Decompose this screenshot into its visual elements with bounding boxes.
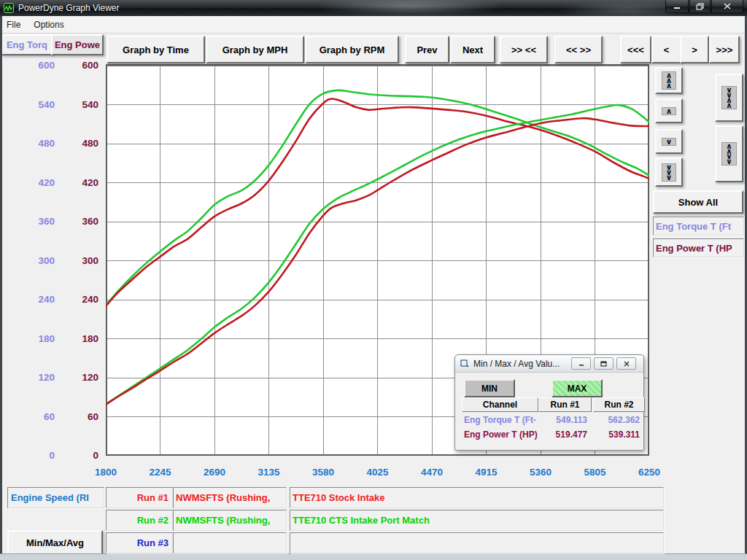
- minmax-avg-button[interactable]: Min/Max/Avg: [7, 530, 103, 555]
- run-file-field[interactable]: NWMSFTS (Rushing,: [173, 487, 287, 508]
- minmax-run1-value: 519.477: [538, 429, 587, 440]
- eng-torque-axis-button[interactable]: Eng Torq: [1, 34, 53, 55]
- chevron-glyph: ∧: [666, 83, 673, 88]
- run-description-field[interactable]: [290, 532, 664, 553]
- minmax-minimize-button[interactable]: [571, 357, 591, 370]
- scale-bottom-button[interactable]: ∨∨∨: [655, 158, 683, 187]
- x-tick-label: 5360: [517, 467, 564, 478]
- scroll-far-right-button[interactable]: >>>: [709, 36, 740, 63]
- menu-options[interactable]: Options: [27, 16, 70, 33]
- title-bar: PowerDyne Graph Viewer: [0, 0, 747, 16]
- chevron-glyph: ∧: [726, 103, 732, 108]
- run-description-field[interactable]: TTE710 CTS Intake Port Match: [290, 510, 664, 531]
- power-channel-label[interactable]: Eng Power T (HP: [653, 238, 744, 257]
- expand-chevrons-icon: ∧∧∨∨: [721, 142, 737, 166]
- power-y-tick-label: 600: [62, 59, 98, 72]
- scroll-far-left-button[interactable]: <<<: [620, 36, 651, 63]
- x-tick-label: 2690: [191, 467, 238, 478]
- triple-chevron-down-icon: ∨∨∨: [662, 163, 677, 182]
- torque-channel-label[interactable]: Eng Torque T (Ft: [653, 217, 744, 236]
- chevron-down-icon: ∨: [662, 138, 677, 146]
- torque-y-tick-label: 540: [18, 98, 55, 112]
- next-button[interactable]: Next: [450, 36, 495, 63]
- run-file-field[interactable]: [173, 532, 287, 553]
- graph-by-mph-button[interactable]: Graph by MPH: [206, 36, 304, 63]
- x-tick-label: 3135: [246, 467, 293, 478]
- collapse-chevrons-icon: ∨∨∧∧: [721, 86, 737, 109]
- min-toggle-button[interactable]: MIN: [464, 379, 515, 397]
- triple-chevron-up-icon: ∧∧∧: [662, 71, 677, 90]
- minmax-body: MIN MAX ChannelRun #1Run #2Eng Torque T …: [455, 372, 643, 450]
- minmax-window-title: Min / Max / Avg Valu...: [473, 359, 560, 369]
- x-tick-label: 4915: [463, 467, 510, 478]
- minmax-run2-value: 562.362: [593, 415, 640, 425]
- scroll-right-button[interactable]: >: [680, 36, 709, 63]
- x-tick-label: 4025: [355, 467, 401, 478]
- prev-button[interactable]: Prev: [405, 36, 449, 63]
- power-y-tick-label: 180: [62, 332, 98, 346]
- minmax-row-channel: Eng Power T (HP): [464, 429, 538, 440]
- minmax-column-header[interactable]: Run #1: [538, 397, 592, 412]
- scale-up-button[interactable]: ∧: [655, 98, 683, 123]
- run-label-box[interactable]: Run #1: [106, 487, 173, 508]
- x-tick-label: 1800: [82, 467, 129, 478]
- x-tick-label: 4470: [409, 467, 455, 478]
- minmax-window: Min / Max / Avg Valu... MIN MAX ChannelR…: [454, 354, 644, 451]
- power-y-tick-label: 420: [62, 176, 98, 190]
- run-description-field[interactable]: TTE710 Stock Intake: [290, 487, 664, 508]
- minmax-column-header[interactable]: Channel: [462, 397, 538, 412]
- scale-down-button[interactable]: ∨: [655, 129, 683, 154]
- minmax-title-bar[interactable]: Min / Max / Avg Valu...: [455, 355, 643, 373]
- zoom-out-button[interactable]: << >>: [554, 36, 603, 63]
- torque-y-tick-label: 420: [18, 176, 55, 190]
- zoom-in-button[interactable]: >> <<: [500, 36, 548, 63]
- window-title: PowerDyne Graph Viewer: [18, 3, 120, 13]
- minmax-window-icon: [460, 359, 470, 368]
- minmax-maximize-button[interactable]: [594, 357, 614, 370]
- x-channel-box[interactable]: Engine Speed (RI: [7, 487, 104, 508]
- run-label-box[interactable]: Run #3: [106, 532, 173, 553]
- graph-by-rpm-button[interactable]: Graph by RPM: [305, 36, 399, 63]
- minimize-button[interactable]: [665, 0, 689, 13]
- scroll-left-button[interactable]: <: [651, 36, 681, 63]
- minmax-column-header[interactable]: Run #2: [593, 397, 645, 412]
- minmax-run2-value: 539.311: [593, 429, 640, 440]
- chevron-glyph: ∨: [666, 175, 673, 180]
- power-y-tick-label: 540: [62, 98, 98, 112]
- minmax-window-controls: [571, 357, 636, 370]
- app-icon: [4, 3, 14, 13]
- x-tick-label: 5805: [572, 467, 619, 478]
- run-file-field[interactable]: NWMSFTS (Rushing,: [173, 510, 287, 531]
- eng-power-axis-button[interactable]: Eng Powe: [51, 34, 104, 55]
- power-y-tick-label: 480: [62, 137, 98, 150]
- power-y-tick-label: 120: [62, 371, 98, 384]
- compress-scale-button[interactable]: ∨∨∧∧: [715, 74, 743, 122]
- graph-by-time-button[interactable]: Graph by Time: [107, 36, 205, 63]
- x-tick-label: 6250: [626, 467, 673, 478]
- chevron-glyph: ∧: [666, 109, 673, 114]
- torque-y-tick-label: 600: [18, 59, 55, 72]
- minmax-run1-value: 549.113: [538, 415, 587, 425]
- scale-top-button[interactable]: ∧∧∧: [655, 67, 683, 94]
- window-border-left: [0, 16, 2, 560]
- menu-file[interactable]: File: [0, 16, 27, 33]
- minmax-row-channel: Eng Torque T (Ft-: [464, 415, 536, 425]
- torque-y-tick-label: 300: [18, 254, 55, 268]
- menu-bar: File Options: [0, 16, 747, 34]
- show-all-button[interactable]: Show All: [653, 190, 743, 214]
- max-toggle-button[interactable]: MAX: [551, 379, 603, 397]
- window-border-bottom: [0, 553, 747, 560]
- restore-button[interactable]: [689, 0, 711, 13]
- power-y-tick-label: 300: [62, 254, 98, 268]
- torque-y-tick-label: 60: [18, 411, 55, 424]
- x-tick-label: 3580: [300, 467, 347, 478]
- glass-highlight: [314, 0, 503, 16]
- torque-y-tick-label: 0: [18, 449, 55, 462]
- expand-scale-button[interactable]: ∧∧∨∨: [715, 125, 743, 182]
- chevron-up-icon: ∧: [662, 107, 677, 115]
- minmax-close-icon[interactable]: [616, 357, 636, 370]
- window-controls: [665, 0, 743, 13]
- close-icon[interactable]: [711, 0, 743, 13]
- torque-y-tick-label: 480: [18, 137, 55, 150]
- run-label-box[interactable]: Run #2: [106, 510, 173, 531]
